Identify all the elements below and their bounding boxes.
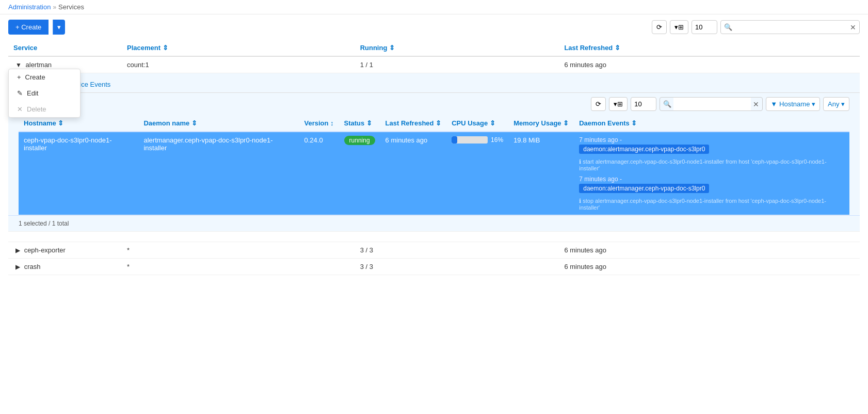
dropdown-delete-label: Delete bbox=[27, 105, 46, 113]
daemon-refresh-icon: ⟳ bbox=[596, 100, 601, 108]
expand-button[interactable]: ▶ bbox=[13, 247, 22, 254]
col-running[interactable]: Running ⇕ bbox=[355, 40, 559, 56]
daemon-last-refreshed: 6 minutes ago bbox=[385, 136, 428, 144]
daemon-clear-search-button[interactable]: ✕ bbox=[753, 100, 759, 108]
daemon-last-refreshed-cell: 6 minutes ago bbox=[380, 132, 447, 215]
service-last-refreshed: 6 minutes ago bbox=[564, 246, 606, 254]
daemon-search-box: 🔍 ✕ bbox=[660, 97, 763, 111]
service-name-cell: ▶ crash bbox=[8, 259, 122, 275]
service-placement-cell: * bbox=[122, 259, 355, 275]
service-name: alertman bbox=[26, 61, 52, 69]
hostname-filter-label: Hostname ▾ bbox=[779, 100, 815, 108]
any-filter-button[interactable]: Any ▾ bbox=[823, 97, 849, 111]
main-toolbar: + Create ▾ + Create ✎ Edit ✕ Delete ⟳ ▾⊞… bbox=[0, 14, 868, 40]
expand-button[interactable]: ▼ bbox=[13, 61, 24, 69]
search-box: 🔍 ✕ bbox=[720, 20, 860, 34]
clear-search-button[interactable]: ✕ bbox=[850, 23, 856, 31]
plus-icon: + bbox=[17, 73, 21, 81]
columns-button[interactable]: ▾⊞ bbox=[670, 20, 688, 34]
breadcrumb-current: Services bbox=[58, 3, 84, 11]
dropdown-create-label: Create bbox=[25, 73, 45, 81]
info-icon-1: ℹ bbox=[579, 158, 581, 165]
daemon-status-cell: running bbox=[339, 132, 380, 215]
daemon-name: alertmanager.ceph-vpap-doc-s3lpr0-node1-… bbox=[143, 136, 272, 152]
service-running-cell: 1 / 1 bbox=[355, 56, 559, 73]
event-time-1: 7 minutes ago - bbox=[579, 136, 844, 144]
event-1: 7 minutes ago - daemon:alertmanager.ceph… bbox=[579, 136, 844, 171]
service-last-refreshed: 6 minutes ago bbox=[564, 263, 606, 270]
daemon-columns-icon: ▾⊞ bbox=[614, 100, 623, 108]
breadcrumb-admin[interactable]: Administration bbox=[8, 3, 51, 11]
create-button[interactable]: + Create bbox=[8, 20, 49, 35]
service-placement: count:1 bbox=[127, 61, 149, 69]
dcol-memory-usage[interactable]: Memory Usage ⇕ bbox=[508, 115, 574, 132]
dcol-daemon-events[interactable]: Daemon Events ⇕ bbox=[574, 115, 849, 132]
service-name: ceph-exporter bbox=[24, 246, 66, 254]
breadcrumb: Administration » Services bbox=[0, 0, 868, 14]
refresh-button[interactable]: ⟳ bbox=[652, 20, 667, 34]
create-dropdown-button[interactable]: ▾ bbox=[53, 20, 65, 35]
daemon-version: 0.24.0 bbox=[304, 136, 323, 144]
table-row[interactable]: ceph-vpap-doc-s3lpr0-node1-installer ale… bbox=[19, 132, 849, 215]
daemon-per-page-input[interactable] bbox=[631, 97, 656, 111]
daemon-refresh-button[interactable]: ⟳ bbox=[591, 97, 606, 111]
col-placement-label: Placement ⇕ bbox=[127, 44, 168, 52]
services-table-wrap: Service Placement ⇕ Running ⇕ Last Refre… bbox=[0, 40, 868, 275]
service-running: 1 / 1 bbox=[360, 61, 373, 69]
spacer-row bbox=[8, 232, 860, 242]
search-input[interactable] bbox=[734, 21, 848, 34]
per-page-input[interactable]: 10 bbox=[692, 20, 717, 34]
table-row[interactable]: ▼ alertman count:1 1 / 1 6 minutes ago bbox=[8, 56, 860, 73]
event-pill-1: daemon:alertmanager.ceph-vpap-doc-s3lpr0 bbox=[579, 145, 709, 154]
service-running: 3 / 3 bbox=[360, 263, 373, 270]
table-row[interactable]: ▶ ceph-exporter * 3 / 3 6 minutes ago bbox=[8, 242, 860, 259]
dropdown-item-edit[interactable]: ✎ Edit bbox=[9, 85, 80, 101]
daemon-tabs: Daemons Service Events bbox=[8, 73, 860, 93]
chevron-down-icon: ▾ bbox=[57, 23, 61, 31]
service-placement-cell: count:1 bbox=[122, 56, 355, 73]
event-pill-2: daemon:alertmanager.ceph-vpap-doc-s3lpr0 bbox=[579, 184, 709, 193]
expanded-row: Daemons Service Events ▶ Start ▾ bbox=[8, 73, 860, 232]
event-desc-1: ℹ start alertmanager.ceph-vpap-doc-s3lpr… bbox=[579, 158, 844, 171]
edit-icon: ✎ bbox=[17, 89, 23, 97]
dcol-status[interactable]: Status ⇕ bbox=[339, 115, 380, 132]
daemon-table-header: Hostname ⇕ Daemon name ⇕ Version ↕ Statu… bbox=[19, 115, 849, 132]
event-2: 7 minutes ago - daemon:alertmanager.ceph… bbox=[579, 176, 844, 211]
service-last-refreshed: 6 minutes ago bbox=[564, 61, 606, 69]
dropdown-item-create[interactable]: + Create bbox=[9, 69, 80, 85]
daemon-cpu-cell: 16% bbox=[446, 132, 508, 215]
col-service[interactable]: Service bbox=[8, 40, 122, 56]
table-row[interactable]: ▶ crash * 3 / 3 6 minutes ago bbox=[8, 259, 860, 275]
col-placement[interactable]: Placement ⇕ bbox=[122, 40, 355, 56]
service-name: crash bbox=[24, 263, 41, 270]
daemon-columns-button[interactable]: ▾⊞ bbox=[609, 97, 628, 111]
breadcrumb-separator: » bbox=[53, 4, 56, 11]
daemon-table: Hostname ⇕ Daemon name ⇕ Version ↕ Statu… bbox=[19, 115, 849, 215]
info-icon-2: ℹ bbox=[579, 198, 581, 204]
col-last-refreshed-label: Last Refreshed ⇕ bbox=[564, 44, 620, 52]
services-table-header: Service Placement ⇕ Running ⇕ Last Refre… bbox=[8, 40, 860, 56]
daemon-version-cell: 0.24.0 bbox=[299, 132, 339, 215]
col-last-refreshed[interactable]: Last Refreshed ⇕ bbox=[559, 40, 860, 56]
hostname-filter-button[interactable]: ▼ Hostname ▾ bbox=[766, 97, 820, 111]
daemon-selection-count: 1 selected / 1 total bbox=[19, 220, 69, 227]
daemon-search-input[interactable] bbox=[673, 98, 751, 110]
dcol-cpu-usage[interactable]: CPU Usage ⇕ bbox=[446, 115, 508, 132]
daemon-events-cell: 7 minutes ago - daemon:alertmanager.ceph… bbox=[574, 132, 849, 215]
col-running-label: Running ⇕ bbox=[360, 44, 395, 52]
service-placement: * bbox=[127, 246, 130, 254]
expand-button[interactable]: ▶ bbox=[13, 263, 22, 270]
cpu-bar-wrap: 16% bbox=[452, 136, 503, 144]
create-dropdown-menu: + Create ✎ Edit ✕ Delete bbox=[8, 69, 81, 118]
service-last-refreshed-cell: 6 minutes ago bbox=[559, 259, 860, 275]
filter-icon: ▼ bbox=[770, 100, 777, 108]
toolbar-right: ⟳ ▾⊞ 10 🔍 ✕ bbox=[652, 20, 860, 34]
daemon-name-cell: alertmanager.ceph-vpap-doc-s3lpr0-node1-… bbox=[138, 132, 299, 215]
daemon-toolbar: ▶ Start ▾ ⟳ ▾⊞ bbox=[8, 93, 860, 115]
dcol-last-refreshed[interactable]: Last Refreshed ⇕ bbox=[380, 115, 447, 132]
columns-icon: ▾⊞ bbox=[674, 23, 684, 31]
service-placement: * bbox=[127, 263, 130, 270]
dcol-daemon-name[interactable]: Daemon name ⇕ bbox=[138, 115, 299, 132]
dcol-version[interactable]: Version ↕ bbox=[299, 115, 339, 132]
daemon-hostname: ceph-vpap-doc-s3lpr0-node1-installer bbox=[24, 136, 112, 152]
